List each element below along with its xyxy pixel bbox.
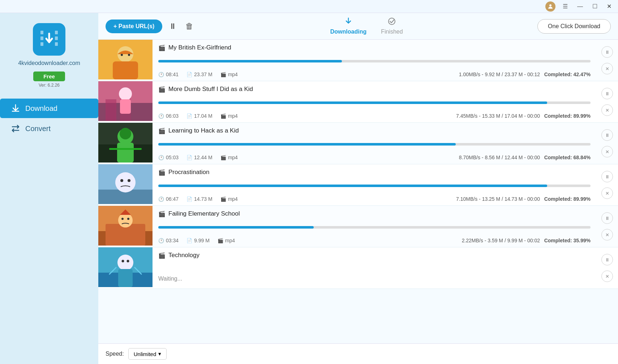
close-item-button[interactable]: ✕ (601, 270, 613, 282)
version-label: Ver: 6.2.26 (39, 83, 60, 88)
progress-bar (158, 101, 591, 104)
clock-icon: 🕐 (158, 72, 164, 77)
size-value: 23.37 M (194, 72, 213, 77)
duration-group: 🕐 06:47 (158, 196, 179, 202)
item-title: 🎬 Learning to Hack as a Kid (158, 127, 591, 134)
sidebar-download-label: Download (25, 104, 57, 113)
pause-all-button[interactable]: ⏸ (167, 20, 179, 33)
speed-info: 7.45MB/s - 15.33 M / 17.04 M - 00:00 Com… (456, 113, 591, 119)
tab-group: Downloading Finished (330, 17, 403, 35)
tab-finished[interactable]: Finished (381, 17, 403, 35)
delete-all-button[interactable]: 🗑 (183, 20, 196, 33)
svg-point-14 (128, 54, 130, 56)
free-button[interactable]: Free (33, 72, 65, 81)
download-item: 🎬 More Dumb Stuff I Did as a Kid 🕐 06:03… (98, 81, 618, 123)
sidebar-item-convert[interactable]: Convert (0, 119, 98, 138)
item-meta: 🕐 05:03 📄 12.44 M 🎬 mp4 8.70MB/s - 8.56 … (158, 155, 591, 160)
duration-group: 🕐 08:41 (158, 72, 179, 77)
format-group: 🎬 mp4 (220, 72, 238, 77)
one-click-download-button[interactable]: One Click Download (537, 19, 611, 34)
maximize-button[interactable]: ☐ (590, 2, 600, 10)
svg-rect-5 (55, 31, 58, 34)
svg-point-8 (389, 18, 395, 25)
item-title: 🎬 Procrastination (158, 169, 591, 176)
pause-item-button[interactable]: ⏸ (601, 129, 613, 141)
pause-item-button[interactable]: ⏸ (601, 254, 613, 265)
format-group: 🎬 mp4 (220, 196, 238, 202)
close-item-button[interactable]: ✕ (601, 63, 613, 74)
svg-point-31 (128, 179, 130, 182)
svg-point-13 (121, 54, 123, 56)
pause-item-button[interactable]: ⏸ (601, 212, 613, 224)
paste-url-button[interactable]: + Paste URL(s) (106, 20, 162, 33)
maximize-icon: ☐ (592, 3, 597, 9)
close-item-button[interactable]: ✕ (601, 229, 613, 240)
file-icon: 📄 (186, 72, 192, 77)
speed-info: 2.22MB/s - 3.59 M / 9.99 M - 00:02 Compl… (462, 238, 591, 243)
sidebar: 4kvideodownloader.com Free Ver: 6.2.26 D… (0, 13, 98, 364)
download-item: 🎬 Learning to Hack as a Kid 🕐 05:03 📄 12… (98, 123, 618, 164)
speed-select[interactable]: Unlimited ▾ (128, 348, 167, 360)
item-actions: ⏸ ✕ (596, 123, 618, 164)
duration-value: 05:03 (166, 155, 179, 160)
svg-point-43 (127, 260, 129, 263)
size-value: 17.04 M (194, 113, 213, 119)
speed-value: Unlimited (134, 351, 156, 357)
svg-rect-2 (40, 31, 43, 34)
format-icon: 🎬 (220, 155, 226, 160)
minimize-button[interactable]: — (575, 3, 585, 10)
finished-tab-label: Finished (381, 29, 403, 35)
clock-icon: 🕐 (158, 155, 164, 160)
trash-icon: 🗑 (185, 22, 193, 31)
svg-rect-44 (118, 269, 133, 287)
item-actions: ⏸ ✕ (596, 81, 618, 122)
duration-value: 08:41 (166, 72, 179, 77)
item-content: 🎬 Learning to Hack as a Kid 🕐 05:03 📄 12… (153, 123, 596, 164)
thumbnail (98, 123, 153, 164)
pause-item-icon: ⏸ (605, 91, 610, 96)
film-icon: 🎬 (158, 127, 166, 134)
progress-fill (158, 101, 547, 104)
pause-item-icon: ⏸ (605, 257, 610, 263)
title-text: Procrastination (168, 169, 209, 176)
close-item-button[interactable]: ✕ (601, 187, 613, 199)
pause-item-button[interactable]: ⏸ (601, 88, 613, 99)
duration-value: 06:47 (166, 196, 179, 202)
menu-icon: ☰ (563, 3, 568, 9)
pause-item-icon: ⏸ (605, 49, 610, 55)
file-icon: 📄 (186, 155, 192, 160)
close-item-icon: ✕ (605, 149, 609, 155)
downloading-tab-label: Downloading (330, 29, 366, 35)
progress-bar (158, 185, 591, 187)
menu-button[interactable]: ☰ (561, 2, 570, 10)
item-content: 🎬 My British Ex-Girlfriend 🕐 08:41 📄 23.… (153, 40, 596, 81)
finished-tab-icon (387, 17, 397, 27)
item-meta: 🕐 06:47 📄 14.73 M 🎬 mp4 7.10MB/s - 13.25… (158, 196, 591, 202)
progress-fill (158, 143, 456, 146)
close-item-button[interactable]: ✕ (601, 104, 613, 116)
progress-bar (158, 60, 591, 62)
speed-info: 1.00MB/s - 9.92 M / 23.37 M - 00:12 Comp… (459, 72, 591, 77)
pause-item-button[interactable]: ⏸ (601, 46, 613, 58)
pause-item-button[interactable]: ⏸ (601, 171, 613, 182)
waiting-text: Waiting... (158, 273, 591, 285)
app-logo (33, 23, 65, 56)
sidebar-item-download[interactable]: Download (0, 99, 98, 118)
close-item-button[interactable]: ✕ (601, 146, 613, 157)
format-value: mp4 (228, 196, 238, 202)
pause-item-icon: ⏸ (605, 216, 610, 221)
size-group: 📄 9.99 M (186, 238, 210, 243)
item-meta: 🕐 03:34 📄 9.99 M 🎬 mp4 2.22MB/s - 3.59 M… (158, 238, 591, 243)
close-button[interactable]: ✕ (605, 2, 614, 10)
duration-group: 🕐 05:03 (158, 155, 179, 160)
download-item: 🎬 My British Ex-Girlfriend 🕐 08:41 📄 23.… (98, 40, 618, 81)
svg-rect-17 (106, 99, 116, 121)
download-tab-icon (343, 17, 353, 27)
thumbnail (98, 164, 153, 205)
file-icon: 📄 (186, 113, 192, 119)
tab-downloading[interactable]: Downloading (330, 17, 366, 35)
bottom-bar: Speed: Unlimited ▾ (98, 343, 618, 364)
speed-info: 7.10MB/s - 13.25 M / 14.73 M - 00:00 Com… (456, 196, 591, 202)
close-item-icon: ✕ (605, 274, 609, 279)
svg-point-42 (122, 260, 124, 263)
